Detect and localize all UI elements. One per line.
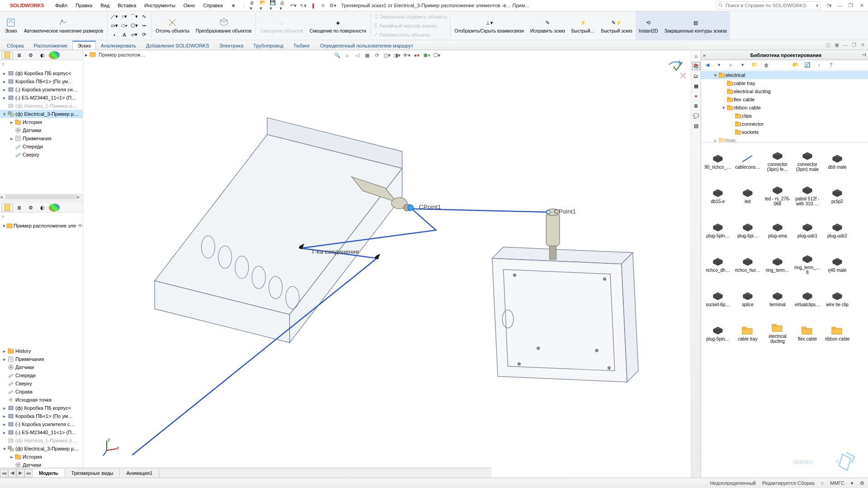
fm-filter-bar-lower[interactable]: ▿ [0,213,83,221]
library-item[interactable]: wire tie clip [822,283,852,315]
line-icon[interactable]: ／▾ [110,13,119,21]
folder-node[interactable]: cable tray [701,79,868,87]
convert-entities-button[interactable]: Преобразование объектов [193,11,255,40]
tab-electrical[interactable]: Электрика [214,41,249,50]
cm-expand-icon[interactable]: ▣ [833,41,840,48]
tab-tubing[interactable]: Тюбинг [288,41,315,50]
fm-tab-display-icon[interactable]: ◐ [37,51,48,59]
tree-node[interactable]: Сверху [0,151,83,159]
refresh-icon[interactable]: 🔄 [804,62,811,69]
save-icon[interactable]: 💾▾ [270,2,277,9]
tree-node[interactable]: ▸История [0,453,83,461]
taskpane-collapse-icon[interactable]: » [703,52,710,58]
library-item[interactable]: socket-6p… [703,283,733,315]
menu-file[interactable]: Файл [52,2,71,9]
menu-window[interactable]: Окно [180,2,199,9]
dynamic-icon[interactable]: ⟳ [373,51,381,59]
tree-node[interactable]: ▸(-) Коробка усилителя с… [0,420,83,428]
up-icon[interactable]: ↑ [816,62,823,69]
library-item[interactable]: ring_term_… 8 [792,248,822,281]
fm-tab-display2-icon[interactable]: ◐ [37,204,48,212]
shaded-contour-button[interactable]: ▨Закрашенные контуры эскиза [661,11,730,40]
back-icon[interactable]: ◀ [704,62,711,69]
fm-tab-tree-icon[interactable] [2,51,13,59]
library-item[interactable]: cablecons… [733,145,763,178]
fm-tab-appearance-icon[interactable] [49,51,60,59]
library-item[interactable]: ribbon cable [822,317,852,350]
library-item[interactable]: plug-sma [763,214,792,246]
tree-node[interactable]: ▸(-) ES-M23440_11<1> (П… [0,94,83,102]
next-tab-icon[interactable]: ▶ [16,469,24,477]
display-style-icon[interactable]: ◨▾ [393,51,401,59]
trim-button[interactable]: Отсечь объекты [152,11,193,40]
library-item[interactable]: plug-6pi… [733,214,763,246]
tree-node[interactable]: Датчики [0,363,83,371]
prev-view-icon[interactable]: ◁ [353,51,361,59]
help-search[interactable]: ▾ [716,1,821,9]
arc-icon[interactable]: ⌒▾ [130,13,138,21]
folder-node[interactable]: ▸hvac [701,136,868,142]
tab-3d-views[interactable]: Трехмерные виды [65,469,120,477]
restore-icon[interactable]: ❐ [846,2,855,9]
status-underdefined[interactable]: Недоопределенный [710,480,756,486]
tree-node[interactable]: ▸(-) ES-M23440_11<1> (П… [0,428,83,436]
help-icon[interactable]: ?▾ [825,2,834,9]
select-icon[interactable]: ↖▾ [299,2,307,9]
fm-tab-config-icon[interactable]: ⚙ [25,51,36,59]
tree-node[interactable]: ▸(-) Коробка усилителя си… [0,85,83,94]
circle-icon[interactable]: ○▾ [120,13,128,21]
tab-animation[interactable]: Анимация1 [120,469,159,477]
view-palette-icon[interactable]: ▦ [692,82,700,90]
feature-tree-upper[interactable]: ▸(ф) Коробка ПБ корпус<▸Коробка ПБ<1> (П… [0,68,83,194]
library-item[interactable]: rj45 male [822,248,852,281]
tree-node[interactable]: ▸Примечания [0,355,83,363]
misc-icon[interactable]: ▧ [692,122,700,130]
menu-insert[interactable]: Вставка [114,2,140,9]
tree-node[interactable]: ▸Примечания [0,134,83,142]
folder-node[interactable]: connector [701,120,868,128]
custom-props-icon[interactable]: ≣ [692,102,700,110]
fm-tab-property2-icon[interactable]: ≣ [14,204,24,212]
plane-icon[interactable]: ▱▾ [130,31,138,39]
status-cog-icon[interactable]: ⚙ [860,480,864,486]
tab-assembly[interactable]: Сборка [2,41,29,50]
edit-appearance-icon[interactable]: ●▾ [413,51,421,59]
fwd-icon[interactable]: ▶ [727,62,735,69]
appearances-icon[interactable]: ● [692,92,700,100]
library-item[interactable]: pclip2 [822,180,852,212]
slot-icon[interactable]: ⬭▾ [120,22,128,30]
library-item-grid[interactable]: 90_richco_…cablecons…connector (3pin) fe… [701,142,868,478]
tree-node[interactable]: (ф) Harness_1-Пример р… [0,436,83,445]
tree-node[interactable]: ▸История [0,118,83,126]
home-icon[interactable]: ⌂ [692,52,700,60]
tree-node[interactable]: (ф) Harness_1-Пример р… [0,102,83,110]
first-tab-icon[interactable]: ⏮ [0,469,8,477]
tree-node[interactable]: ▸(ф) Коробка ПБ корпус< [0,69,83,77]
fm-tab-config2-icon[interactable]: ⚙ [25,204,36,212]
point-icon[interactable]: • [110,31,119,39]
library-item[interactable]: led - rs_276-068 [763,180,792,212]
library-item[interactable]: pabst 512f - with 310 … [792,180,822,212]
prev-tab-icon[interactable]: ◀ [8,469,16,477]
library-item[interactable]: flex cable [792,317,822,350]
offset-surface-button[interactable]: ◈Смещение по поверхности [307,11,370,40]
minimize-icon[interactable]: — [835,2,844,9]
fwd-menu-icon[interactable]: ▾ [739,62,746,69]
cancel-corner-icon[interactable]: ✕ [679,70,687,82]
library-item[interactable]: connector (3pin) fe… [763,145,792,178]
status-units[interactable]: ММГС [830,480,844,486]
back-menu-icon[interactable]: ▾ [716,62,723,69]
library-item[interactable]: richco_dh… [703,248,733,281]
view-settings-icon[interactable]: 🖵▾ [433,51,441,59]
library-item[interactable]: db9 male [822,145,852,178]
library-item[interactable]: plug-usb2 [822,214,852,246]
fm-tab-property-icon[interactable]: ≣ [14,51,24,59]
rebuild-icon[interactable]: ❚ [309,2,317,9]
file-explorer-icon[interactable]: 🗂 [692,72,700,80]
library-item[interactable]: plug-5pin… [703,317,733,350]
menu-tools[interactable]: Инструменты [141,2,179,9]
text-icon[interactable]: A [120,31,128,39]
folder-node[interactable]: electrical ducting [701,87,868,95]
tree-node[interactable]: ▸Коробка ПБ<1> (По ум… [0,77,83,85]
tree-node[interactable]: ▸Коробка ПБ<1> (По ум… [0,412,83,420]
